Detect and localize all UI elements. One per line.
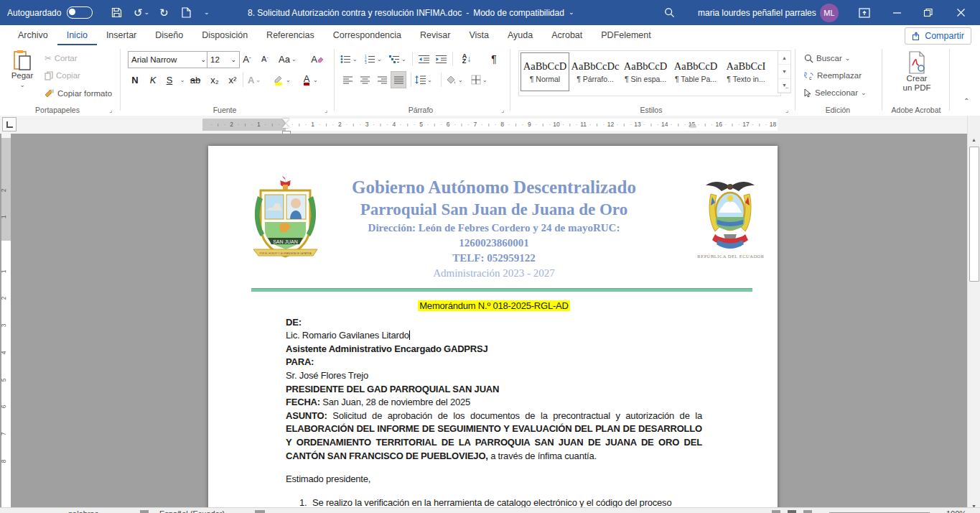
memo-line[interactable]: DE: bbox=[286, 316, 702, 330]
align-right-button[interactable] bbox=[375, 72, 389, 88]
title-dropdown-icon[interactable]: ⌄ bbox=[569, 9, 574, 16]
tab-referencias[interactable]: Referencias bbox=[257, 26, 324, 45]
grow-font-button[interactable]: Aˆ bbox=[240, 51, 254, 67]
quick-access-more-button[interactable]: ⌄ bbox=[204, 0, 210, 25]
decrease-indent-button[interactable] bbox=[416, 51, 431, 67]
language-status[interactable]: Español (Ecuador) bbox=[159, 509, 225, 513]
font-size-combo[interactable]: 12⌄ bbox=[207, 51, 240, 68]
style--normal[interactable]: AaBbCcD¶ Normal bbox=[521, 52, 569, 91]
style--sin-espa-[interactable]: AaBbCcD¶ Sin espa... bbox=[621, 52, 670, 91]
undo-button[interactable]: ↺⌄ bbox=[134, 0, 149, 25]
strikethrough-button[interactable]: ab bbox=[188, 72, 202, 88]
font-color-button[interactable]: A ⌄ bbox=[302, 72, 318, 88]
scroll-up-button[interactable]: ▲ bbox=[969, 134, 979, 145]
tab-revisar[interactable]: Revisar bbox=[411, 26, 459, 45]
justify-button[interactable] bbox=[391, 71, 406, 88]
memo-title[interactable]: Memorándum N.º 018-2025-RGL-AD bbox=[286, 300, 702, 313]
style--table-pa-[interactable]: AaBbCcD¶ Table Pa... bbox=[671, 52, 720, 91]
read-mode-icon[interactable] bbox=[772, 510, 780, 513]
font-family-combo[interactable]: Arial Narrow⌄ bbox=[128, 51, 210, 68]
ribbon-display-options-button[interactable] bbox=[859, 0, 870, 25]
styles-scroll-up[interactable]: ▲ bbox=[778, 51, 790, 65]
memo-line[interactable]: Sr. José Flores Trejo bbox=[286, 369, 702, 383]
save-button[interactable] bbox=[111, 0, 122, 25]
document-page[interactable]: SAN JUAN POR EL HONOR Y LA GRANDEZA DE L… bbox=[208, 146, 778, 513]
superscript-button[interactable]: x² bbox=[225, 72, 240, 88]
account-name[interactable]: maria lourdes peñafiel parrales bbox=[698, 0, 816, 25]
memo-line[interactable] bbox=[286, 486, 702, 496]
memo-line[interactable]: Estimado presidente, bbox=[286, 473, 702, 486]
copy-button[interactable]: Copiar bbox=[45, 68, 80, 83]
tab-inicio[interactable]: Inicio bbox=[57, 24, 97, 46]
memo-line[interactable]: Asistente Administrativo Encargado GADPR… bbox=[286, 343, 702, 356]
proofing-icon[interactable] bbox=[140, 510, 149, 513]
redo-button[interactable]: ↻ bbox=[159, 0, 169, 25]
horizontal-ruler[interactable]: 21123456789101112131415161718ı··ı··ı··ı·… bbox=[0, 119, 980, 131]
memo-line[interactable]: ASUNTO: Solicitud de aprobación de los d… bbox=[286, 410, 702, 463]
memo-line[interactable] bbox=[286, 463, 702, 473]
tab-diseño[interactable]: Diseño bbox=[146, 26, 192, 45]
first-line-indent-marker[interactable] bbox=[282, 119, 289, 123]
tab-disposición[interactable]: Disposición bbox=[192, 26, 257, 45]
shrink-font-button[interactable]: Aˇ bbox=[258, 51, 272, 67]
memo-line[interactable]: Lic. Romario Gavilanes Litardo bbox=[286, 329, 702, 343]
minimize-button[interactable] bbox=[892, 0, 902, 25]
memo-line[interactable]: FECHA: San Juan, 28 de noviembre del 202… bbox=[286, 396, 702, 410]
web-layout-icon[interactable] bbox=[803, 510, 812, 513]
change-case-button[interactable]: Aa⌄ bbox=[279, 51, 297, 67]
ecuador-coat-of-arms[interactable] bbox=[702, 178, 758, 250]
tab-vista[interactable]: Vista bbox=[459, 26, 498, 45]
create-pdf-button[interactable]: Crear un PDF bbox=[889, 51, 945, 93]
align-center-button[interactable] bbox=[358, 72, 372, 88]
format-painter-button[interactable]: Copiar formato bbox=[45, 86, 112, 101]
line-spacing-button[interactable]: ⌄ bbox=[415, 72, 432, 88]
document-header[interactable]: Gobierno Autónomo Descentralizado Parroq… bbox=[286, 176, 702, 281]
search-button[interactable] bbox=[664, 0, 675, 25]
tab-correspondencia[interactable]: Correspondencia bbox=[324, 26, 411, 45]
tab-acrobat[interactable]: Acrobat bbox=[542, 26, 592, 45]
tab-ayuda[interactable]: Ayuda bbox=[498, 26, 542, 45]
underline-dropdown[interactable]: ⌄ bbox=[174, 72, 189, 88]
bullets-button[interactable]: ⌄ bbox=[340, 51, 358, 67]
zoom-level[interactable]: 100% bbox=[946, 509, 966, 513]
clipboard-dialog-launcher[interactable]: ⌟ bbox=[109, 106, 112, 114]
tab-archivo[interactable]: Archivo bbox=[9, 26, 57, 45]
style--párrafo-[interactable]: AaBbCcDc¶ Párrafo... bbox=[571, 52, 620, 91]
font-dialog-launcher[interactable]: ⌟ bbox=[325, 106, 327, 114]
paste-button[interactable]: Pegar ⌄ bbox=[6, 50, 39, 90]
new-doc-button[interactable] bbox=[182, 0, 191, 25]
scrollbar-thumb[interactable] bbox=[969, 147, 979, 282]
shading-button[interactable]: ⌄ bbox=[445, 72, 463, 88]
print-layout-icon[interactable] bbox=[788, 510, 796, 513]
find-button[interactable]: Buscar⌄ bbox=[804, 51, 850, 65]
show-paragraph-marks-button[interactable]: ¶ bbox=[487, 51, 501, 67]
align-left-button[interactable] bbox=[340, 72, 355, 88]
clear-formatting-button[interactable]: A bbox=[310, 51, 325, 67]
hanging-indent-marker[interactable] bbox=[282, 124, 289, 128]
style--texto-in-[interactable]: AaBbCcI¶ Texto in... bbox=[722, 52, 770, 91]
autosave-toggle[interactable]: Autoguardado bbox=[7, 0, 93, 25]
word-count[interactable]: palabras bbox=[68, 509, 98, 513]
paragraph-dialog-launcher[interactable]: ⌟ bbox=[501, 106, 504, 114]
collapse-ribbon-button[interactable]: ⌃ bbox=[963, 97, 969, 105]
increase-indent-button[interactable] bbox=[434, 51, 448, 67]
share-button[interactable]: Compartir bbox=[905, 27, 971, 45]
tab-insertar[interactable]: Insertar bbox=[97, 26, 146, 45]
numbering-button[interactable]: 123 ⌄ bbox=[365, 51, 382, 67]
tab-pdfelement[interactable]: PDFelement bbox=[592, 26, 660, 45]
bold-button[interactable]: N bbox=[128, 72, 142, 88]
replace-button[interactable]: bc Reemplazar bbox=[804, 68, 862, 83]
cut-button[interactable]: ✂Cortar bbox=[45, 51, 78, 65]
styles-dialog-launcher[interactable]: ⌟ bbox=[785, 106, 788, 114]
memo-line[interactable]: PARA: bbox=[286, 356, 702, 369]
borders-button[interactable]: ⌄ bbox=[471, 72, 487, 88]
account-avatar[interactable]: ML bbox=[820, 0, 839, 25]
styles-scroll-down[interactable]: ▼ bbox=[778, 65, 790, 78]
text-effects-button[interactable]: A⌄ bbox=[247, 72, 261, 88]
select-button[interactable]: Seleccionar⌄ bbox=[804, 86, 867, 100]
memo-body[interactable]: Memorándum N.º 018-2025-RGL-AD DE:Lic. R… bbox=[286, 300, 702, 509]
right-indent-marker[interactable] bbox=[689, 123, 696, 127]
memo-line[interactable]: PRESIDENTE DEL GAD PARROQUIAL SAN JUAN bbox=[286, 383, 702, 397]
close-button[interactable] bbox=[956, 0, 966, 25]
restore-button[interactable] bbox=[923, 0, 933, 25]
